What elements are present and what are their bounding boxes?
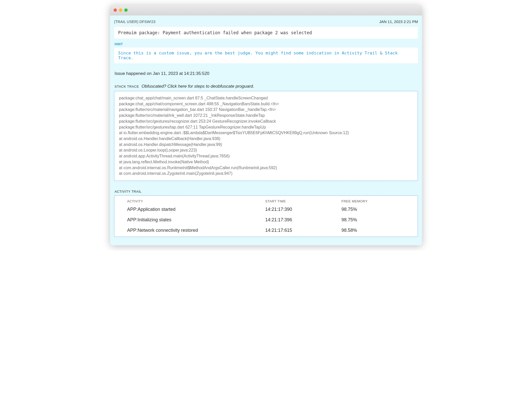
stacktrace-line: package:flutter/src/material/ink_well.da… xyxy=(119,113,413,119)
start-time-cell: 14:21:17:615 xyxy=(265,228,341,233)
activity-cell: APP:Network connectivity restored xyxy=(127,228,265,233)
content-area: (TRAIL USER) DFSW!23 JAN 11, 2023 2:21 P… xyxy=(110,15,422,245)
hint-box: Since this is a custom issue, you are th… xyxy=(114,48,418,63)
activity-trail-label: ACTIVITY TRAIL xyxy=(115,190,418,193)
start-time-cell: 14:21:17:390 xyxy=(265,207,341,212)
issue-title: Premuim package: Payment authentication … xyxy=(118,30,414,35)
deobfuscate-link[interactable]: Obfuscated? Click here for steps to deob… xyxy=(141,84,254,89)
activity-row: APP:Application started14:21:17:39098.75… xyxy=(127,207,413,212)
stacktrace-heading: STACK TRACE Obfuscated? Click here for s… xyxy=(115,84,418,89)
user-label: (TRAIL USER) DFSW!23 xyxy=(114,20,156,24)
stacktrace-line: package:chat_app/chat/main_screen.dart 8… xyxy=(119,95,413,101)
close-icon[interactable] xyxy=(114,8,117,12)
maximize-icon[interactable] xyxy=(124,8,128,12)
activity-cell: APP:Application started xyxy=(127,207,265,212)
free-memory-cell: 98.58% xyxy=(341,228,413,233)
app-window: (TRAIL USER) DFSW!23 JAN 11, 2023 2:21 P… xyxy=(110,5,422,245)
stacktrace-label: STACK TRACE xyxy=(115,85,139,88)
stacktrace-line: at com.android.internal.os.RuntimeInit$M… xyxy=(119,165,413,171)
start-time-cell: 14:21:17:396 xyxy=(265,217,341,223)
free-memory-cell: 98.75% xyxy=(341,217,413,223)
stacktrace-line: at io.flutter.embedding.engine.dart.-$$L… xyxy=(119,130,413,136)
timestamp: JAN 11, 2023 2:21 PM xyxy=(379,19,418,24)
stacktrace-box: package:chat_app/chat/main_screen.dart 8… xyxy=(114,91,418,181)
stacktrace-line: package:flutter/src/material/navigation_… xyxy=(119,107,413,113)
activity-cell: APP:Initializing states xyxy=(127,217,265,223)
col-free-memory-header: FREE MEMORY xyxy=(341,199,413,203)
free-memory-cell: 98.75% xyxy=(341,207,413,212)
issue-when: Issue happened on Jan 11, 2023 at 14:21:… xyxy=(115,71,418,76)
col-start-time-header: START TIME xyxy=(265,199,341,203)
minimize-icon[interactable] xyxy=(119,8,122,12)
stacktrace-line: package:flutter/src/gestures/recognizer.… xyxy=(119,119,413,124)
stacktrace-line: package:chat_app/chat/component_screen.d… xyxy=(119,101,413,107)
activity-row: APP:Initializing states14:21:17:39698.75… xyxy=(127,217,413,223)
traffic-lights xyxy=(114,8,128,12)
stacktrace-line: at com.android.internal.os.ZygoteInit.ma… xyxy=(119,171,413,177)
titlebar xyxy=(110,5,422,15)
stacktrace-line: package:flutter/src/gestures/tap.dart 62… xyxy=(119,124,413,130)
stacktrace-line: at android.os.Handler.dispatchMessage(Ha… xyxy=(119,142,413,148)
activity-header: ACTIVITY START TIME FREE MEMORY xyxy=(127,199,413,203)
meta-row: (TRAIL USER) DFSW!23 JAN 11, 2023 2:21 P… xyxy=(114,18,418,27)
activity-row: APP:Network connectivity restored14:21:1… xyxy=(127,228,413,233)
hint-text: Since this is a custom issue, you are th… xyxy=(118,51,398,60)
stacktrace-line: at android.app.ActivityThread.main(Activ… xyxy=(119,153,413,159)
hint-label: HINT xyxy=(115,42,418,46)
issue-title-box: Premuim package: Payment authentication … xyxy=(114,27,418,39)
col-activity-header: ACTIVITY xyxy=(127,199,265,203)
stacktrace-line: at java.lang.reflect.Method.invoke(Nativ… xyxy=(119,159,413,165)
stacktrace-line: at android.os.Handler.handleCallback(Han… xyxy=(119,136,413,142)
activity-trail-box: ACTIVITY START TIME FREE MEMORY APP:Appl… xyxy=(114,195,418,237)
stacktrace-line: at android.os.Looper.loop(Looper.java:22… xyxy=(119,147,413,153)
